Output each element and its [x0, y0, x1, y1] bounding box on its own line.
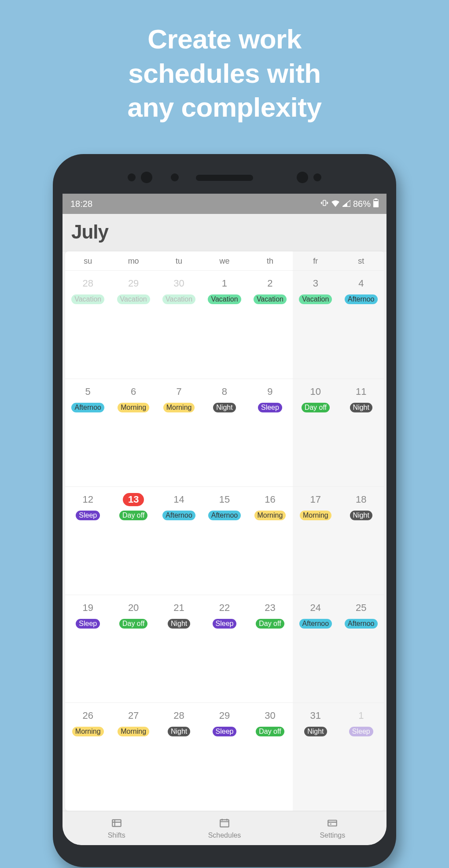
calendar-week: 12Sleep13Day off14Afternoo15Afternoo16Mo…	[65, 486, 384, 595]
day-number: 10	[307, 385, 324, 398]
shift-chip: Vacation	[254, 294, 287, 304]
day-number: 29	[216, 709, 233, 722]
calendar-day[interactable]: 3Vacation	[293, 271, 338, 379]
shift-chip: Sleep	[76, 619, 100, 629]
calendar-day[interactable]: 4Afternoo	[339, 271, 384, 379]
shift-chip: Night	[168, 727, 190, 736]
shift-chip: Sleep	[258, 403, 282, 412]
calendar-week: 26Morning27Morning28Night29Sleep30Day of…	[65, 702, 384, 811]
svg-rect-3	[374, 200, 378, 201]
calendar-day[interactable]: 23Day off	[247, 595, 293, 703]
calendar-day[interactable]: 24Afternoo	[293, 595, 338, 703]
nav-settings[interactable]: Settings	[279, 811, 386, 845]
calendar-day[interactable]: 15Afternoo	[202, 487, 247, 595]
statusbar-time: 18:28	[70, 199, 92, 209]
settings-icon	[327, 817, 338, 831]
calendar-week: 19Sleep20Day off21Night22Sleep23Day off2…	[65, 595, 384, 703]
day-number: 19	[79, 601, 97, 614]
nav-schedules[interactable]: Schedules	[170, 811, 278, 845]
shift-chip: Morning	[118, 727, 149, 736]
calendar-day[interactable]: 17Morning	[293, 487, 338, 595]
calendar-day[interactable]: 1Vacation	[202, 271, 247, 379]
calendar-day[interactable]: 18Night	[339, 487, 384, 595]
day-number: 1	[216, 277, 233, 290]
calendar-day[interactable]: 7Morning	[156, 379, 202, 487]
shift-chip: Night	[168, 619, 190, 629]
shift-chip: Afternoo	[208, 511, 241, 520]
day-number: 12	[79, 493, 97, 506]
calendar-day[interactable]: 14Afternoo	[156, 487, 202, 595]
phone-screen: 18:28 86% July	[63, 194, 386, 845]
statusbar-icons: 86%	[320, 199, 379, 210]
calendar-day[interactable]: 9Sleep	[247, 379, 293, 487]
dow-cell: we	[202, 257, 247, 266]
calendar-day[interactable]: 1Sleep	[339, 703, 384, 811]
dow-cell: fr	[293, 257, 338, 266]
day-number: 18	[352, 493, 370, 506]
headline-line: Create work	[0, 22, 449, 56]
day-number: 21	[170, 601, 188, 614]
calendar-day[interactable]: 21Night	[156, 595, 202, 703]
phone-speaker	[196, 175, 253, 181]
dow-cell: st	[339, 257, 384, 266]
calendar-day[interactable]: 26Morning	[65, 703, 110, 811]
shift-chip: Sleep	[213, 619, 237, 629]
calendar-day[interactable]: 25Afternoo	[339, 595, 384, 703]
calendar-day[interactable]: 30Vacation	[156, 271, 202, 379]
day-number: 13	[123, 493, 144, 506]
phone-frame: 18:28 86% July	[53, 154, 396, 867]
day-number: 2	[261, 277, 279, 290]
statusbar-battery-pct: 86%	[353, 199, 371, 209]
shift-chip: Afternoo	[162, 511, 195, 520]
calendar-day[interactable]: 11Night	[339, 379, 384, 487]
calendar-day[interactable]: 31Night	[293, 703, 338, 811]
day-number: 29	[125, 277, 142, 290]
day-number: 28	[79, 277, 97, 290]
nav-label: Settings	[320, 831, 345, 839]
shift-chip: Afternoo	[299, 619, 332, 629]
calendar-day[interactable]: 16Morning	[247, 487, 293, 595]
dow-cell: tu	[156, 257, 202, 266]
day-number: 26	[79, 709, 97, 722]
calendar-day[interactable]: 20Day off	[110, 595, 156, 703]
bottom-nav: Shifts Schedules Settings	[63, 811, 386, 845]
day-number: 4	[352, 277, 370, 290]
calendar-day[interactable]: 29Sleep	[202, 703, 247, 811]
day-number: 27	[125, 709, 142, 722]
shift-chip: Day off	[119, 511, 147, 520]
day-number: 7	[170, 385, 188, 398]
calendar-day[interactable]: 22Sleep	[202, 595, 247, 703]
calendar-day[interactable]: 28Vacation	[65, 271, 110, 379]
signal-icon	[342, 199, 350, 209]
calendar-week: 28Vacation29Vacation30Vacation1Vacation2…	[65, 270, 384, 379]
shift-chip: Afternoo	[345, 619, 377, 629]
svg-rect-6	[328, 820, 337, 826]
day-number: 3	[307, 277, 324, 290]
calendar[interactable]: sumotuwethfrst 28Vacation29Vacation30Vac…	[65, 251, 384, 811]
calendar-day[interactable]: 12Sleep	[65, 487, 110, 595]
calendar-day[interactable]: 28Night	[156, 703, 202, 811]
calendar-day[interactable]: 10Day off	[293, 379, 338, 487]
calendar-day[interactable]: 13Day off	[110, 487, 156, 595]
day-number: 23	[261, 601, 279, 614]
shift-chip: Afternoo	[345, 294, 377, 304]
nav-shifts[interactable]: Shifts	[63, 811, 170, 845]
headline-line: any complexity	[0, 90, 449, 125]
nav-label: Schedules	[208, 831, 241, 839]
day-number: 15	[216, 493, 233, 506]
calendar-day[interactable]: 30Day off	[247, 703, 293, 811]
calendar-day[interactable]: 27Morning	[110, 703, 156, 811]
day-number: 16	[261, 493, 279, 506]
shift-chip: Sleep	[213, 727, 237, 736]
calendar-day[interactable]: 8Night	[202, 379, 247, 487]
calendar-day[interactable]: 6Morning	[110, 379, 156, 487]
calendar-day[interactable]: 19Sleep	[65, 595, 110, 703]
calendar-day[interactable]: 5Afternoo	[65, 379, 110, 487]
shift-chip: Vacation	[208, 294, 241, 304]
day-number: 5	[79, 385, 97, 398]
shift-chip: Morning	[118, 403, 149, 412]
calendar-day[interactable]: 29Vacation	[110, 271, 156, 379]
calendar-day[interactable]: 2Vacation	[247, 271, 293, 379]
day-of-week-header: sumotuwethfrst	[65, 251, 384, 270]
svg-rect-2	[375, 199, 377, 199]
